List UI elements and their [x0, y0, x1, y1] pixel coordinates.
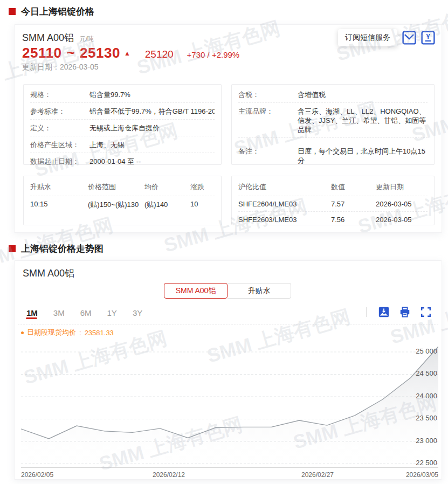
line-chart-plot-area[interactable]: 25 000 24 500 24 000 23 500 23 000 22 50…: [21, 340, 438, 468]
table-row: SHFE2604/LME03 7.57 2026-03-05: [238, 196, 428, 212]
time-range-tabs: 1M 3M 6M 1Y 3Y: [26, 308, 142, 317]
row-label: 定义：: [30, 123, 89, 133]
product-row: SMM A00铝 元/吨: [22, 31, 94, 44]
spec-table: 规格： 铝含量99.7% 参考标准： 铝含量不低于99.7%，符合GB/T 11…: [23, 84, 222, 165]
update-date: 更新日期：2026-03-05: [22, 63, 99, 72]
tax-brand-table: 含税： 含增值税 主流品牌： 含三乐、海湖、LL、LL2、HONGQIAO、信发…: [231, 84, 435, 165]
price-low: 25110: [22, 45, 61, 61]
yen-document-icon[interactable]: ¥: [421, 31, 435, 45]
chart-card: SMM A00铝 SMM A00铝 升贴水 1M 3M 6M 1Y 3Y: [14, 260, 442, 480]
price-unit: 元/吨: [79, 34, 94, 44]
table-row: 价格产生区域： 上海、无锡: [30, 136, 215, 153]
y-axis-tick: 23 500: [405, 414, 437, 422]
tab-3m[interactable]: 3M: [53, 308, 65, 317]
col-header: 价格范围: [88, 182, 144, 192]
table-row: 10:15 (贴)150~(贴)130 (贴)140 10: [30, 196, 215, 213]
red-square-bullet-icon: [9, 8, 16, 15]
price-average: 25120: [145, 49, 174, 60]
row-value: 上海、无锡: [89, 140, 215, 149]
price-high: 25130: [80, 45, 120, 61]
print-icon[interactable]: [399, 306, 411, 318]
series-toggle-group: SMM A00铝 升贴水: [164, 283, 291, 299]
cell: 10:15: [30, 200, 88, 210]
x-axis-tick: 2026/02/12: [153, 471, 185, 479]
svg-text:¥: ¥: [426, 32, 430, 40]
row-value: 铝含量99.7%: [89, 90, 215, 99]
table-row: 数据起止日期： 2000-01-04 至 --: [30, 153, 215, 169]
subscribe-area: 订阅短信服务 ¥: [338, 29, 435, 46]
cell: 7.56: [331, 216, 376, 224]
save-image-icon[interactable]: [378, 306, 390, 318]
y-axis-tick: 24 500: [405, 369, 437, 377]
legend-value: 23581.33: [85, 329, 114, 337]
x-axis-labels: 2026/02/05 2026/02/12 2026/02/27 2026/03…: [21, 471, 438, 480]
y-axis-tick: 25 000: [405, 347, 437, 355]
product-name: SMM A00铝: [22, 31, 74, 44]
section-title: 上海铝锭价格走势图: [21, 243, 104, 255]
row-value: 铝含量不低于99.7%，符合GB/T 1196-202...: [89, 107, 215, 116]
table-row: 备注： 日度，每个交易日，北京时间上午10点15分: [238, 143, 428, 168]
dashed-divider: [18, 324, 438, 324]
col-header: 升贴水: [30, 182, 88, 192]
price-card: SMM A00铝 元/吨 订阅短信服务 ¥ 25110 ~ 25130 ▲ 25…: [14, 24, 442, 233]
row-label: 数据起止日期：: [30, 157, 89, 166]
col-header: 均价: [144, 182, 190, 192]
table-row: SHFE2603/LME03 7.56 2026-03-05: [238, 212, 428, 227]
tab-1m[interactable]: 1M: [26, 308, 38, 317]
row-label: 备注：: [238, 147, 298, 165]
toggle-premium[interactable]: 升贴水: [228, 283, 291, 299]
x-axis-tick: 2026/02/05: [21, 471, 53, 479]
table-row: 含税： 含增值税: [238, 86, 428, 103]
table-header-row: 沪伦比值 数值 更新日期: [238, 178, 428, 196]
section-title: 今日上海铝锭价格: [21, 5, 94, 18]
price-up-arrow-icon: ▲: [124, 50, 130, 57]
y-axis-tick: 24 000: [405, 392, 437, 400]
red-square-bullet-icon: [9, 245, 16, 252]
price-row: 25110 ~ 25130 ▲ 25120 +730 / +2.99%: [22, 45, 239, 61]
section-header-today-price: 今日上海铝锭价格: [9, 5, 94, 18]
tab-1y[interactable]: 1Y: [107, 308, 117, 317]
table-row: 定义： 无锡或上海仓库自提价: [30, 120, 215, 136]
table-row: 主流品牌： 含三乐、海湖、LL、LL2、HONGQIAO、信发、JJSY、兰江、…: [238, 103, 428, 138]
toolbar-divider: [366, 307, 367, 317]
y-axis-tick: 22 500: [405, 459, 437, 467]
row-value: 无锡或上海仓库自提价: [89, 123, 215, 133]
x-axis-tick: 2026/03/05: [406, 471, 438, 479]
table-row: 规格： 铝含量99.7%: [30, 86, 215, 103]
row-label: 含税：: [238, 90, 298, 99]
row-value: 含增值税: [298, 90, 428, 99]
legend-label: 日期段现货均价: [27, 328, 76, 337]
premium-table: 升贴水 价格范围 均价 涨跌 10:15 (贴)150~(贴)130 (贴)14…: [23, 176, 222, 225]
y-axis-tick: 23 000: [405, 437, 437, 445]
price-trend-chart: [21, 340, 438, 468]
active-tab-underline: [26, 317, 37, 319]
tab-6m[interactable]: 6M: [80, 308, 92, 317]
row-value: 2000-01-04 至 --: [89, 157, 215, 166]
shfe-lme-ratio-table: 沪伦比值 数值 更新日期 SHFE2604/LME03 7.57 2026-03…: [231, 176, 435, 225]
legend-item-mean-price[interactable]: 日期段现货均价 : 23581.33: [21, 328, 114, 337]
price-tilde: ~: [66, 45, 75, 61]
col-header: 沪伦比值: [238, 182, 331, 192]
chart-toolbar: [366, 306, 432, 318]
table-header-row: 升贴水 价格范围 均价 涨跌: [30, 178, 215, 196]
col-header: 涨跌: [190, 182, 215, 192]
cell: (贴)150~(贴)130: [88, 200, 144, 210]
cell: 2026-03-05: [376, 216, 428, 224]
toggle-smm-a00[interactable]: SMM A00铝: [164, 283, 228, 299]
table-row: 参考标准： 铝含量不低于99.7%，符合GB/T 1196-202...: [30, 103, 215, 120]
row-value: 日度，每个交易日，北京时间上午10点15分: [298, 147, 428, 165]
legend-dot-icon: [21, 331, 24, 334]
subscribe-sms-tooltip[interactable]: 订阅短信服务: [338, 29, 397, 46]
cell: 2026-03-05: [376, 200, 428, 208]
row-label: 参考标准：: [30, 107, 89, 116]
row-value: 含三乐、海湖、LL、LL2、HONGQIAO、信发、JJSY、兰江、希望、甘铝、…: [298, 107, 428, 134]
section-header-trend-chart: 上海铝锭价格走势图: [9, 243, 104, 255]
x-axis-tick: 2026/02/27: [301, 471, 334, 479]
chart-title: SMM A00铝: [23, 267, 74, 280]
cell: SHFE2603/LME03: [238, 216, 331, 224]
fullscreen-icon[interactable]: [420, 306, 432, 318]
tab-3y[interactable]: 3Y: [133, 308, 142, 317]
envelope-icon[interactable]: [402, 31, 416, 45]
row-label: 规格：: [30, 90, 89, 99]
price-change: +730 / +2.99%: [187, 50, 240, 59]
